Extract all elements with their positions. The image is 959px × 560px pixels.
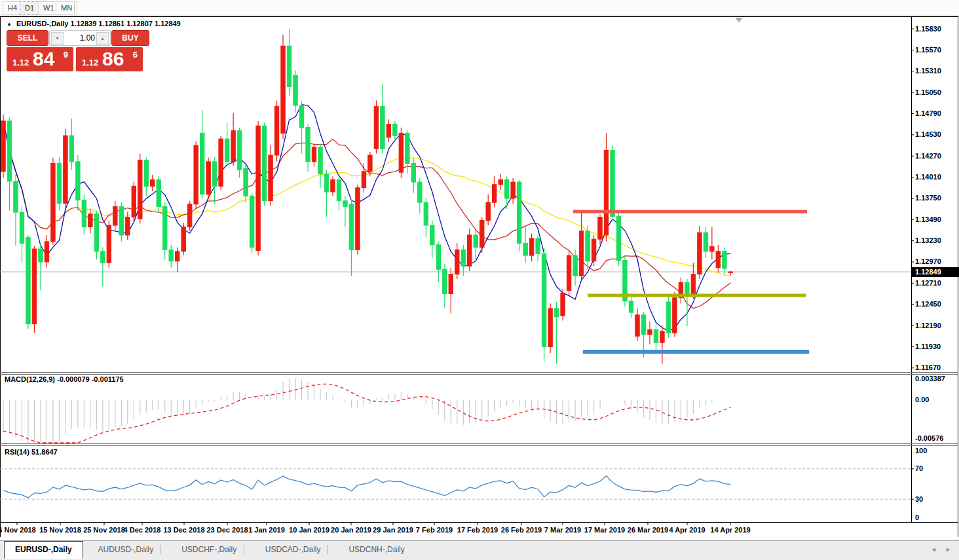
tabs-scroll-left-button[interactable]: ◄	[931, 546, 937, 553]
candle[interactable]	[430, 225, 434, 245]
candle[interactable]	[716, 252, 720, 268]
candle[interactable]	[418, 182, 422, 202]
candle[interactable]	[138, 160, 142, 219]
candle[interactable]	[548, 308, 552, 346]
candle[interactable]	[69, 136, 73, 162]
candle[interactable]	[312, 147, 316, 162]
candle[interactable]	[200, 133, 204, 194]
candle[interactable]	[592, 239, 595, 261]
candle[interactable]	[349, 204, 353, 250]
candle[interactable]	[32, 249, 36, 324]
sell-button[interactable]: SELL	[7, 30, 48, 46]
candle[interactable]	[231, 131, 235, 162]
candle[interactable]	[169, 250, 173, 261]
candle[interactable]	[381, 106, 385, 149]
tabs-scroll-right-button[interactable]: ►	[945, 546, 951, 553]
candle[interactable]	[45, 242, 48, 262]
candle[interactable]	[474, 235, 478, 248]
candle[interactable]	[648, 329, 652, 334]
candle[interactable]	[443, 269, 447, 293]
candle[interactable]	[362, 172, 366, 188]
candle[interactable]	[486, 202, 490, 220]
candle[interactable]	[26, 238, 30, 324]
candle[interactable]	[39, 249, 43, 262]
candle[interactable]	[517, 182, 521, 243]
symbol-tab-usdchf[interactable]: USDCHF-,Daily	[171, 542, 247, 557]
candle[interactable]	[698, 233, 702, 274]
candle[interactable]	[256, 126, 260, 250]
candle[interactable]	[343, 201, 347, 207]
candle[interactable]	[244, 168, 248, 196]
candle[interactable]	[449, 274, 453, 294]
candle[interactable]	[573, 255, 577, 276]
candle[interactable]	[76, 162, 80, 200]
candle[interactable]	[176, 252, 179, 261]
candle[interactable]	[399, 133, 403, 172]
candle[interactable]	[455, 250, 459, 274]
candle[interactable]	[337, 179, 341, 200]
candle[interactable]	[641, 315, 645, 335]
candle[interactable]	[331, 179, 335, 192]
candle[interactable]	[511, 182, 515, 198]
candle[interactable]	[704, 233, 707, 252]
candle[interactable]	[480, 221, 484, 248]
candle[interactable]	[654, 329, 658, 343]
candle[interactable]	[567, 255, 571, 291]
candle[interactable]	[318, 147, 322, 174]
candle[interactable]	[144, 160, 148, 186]
volume-input[interactable]: 1.00	[80, 31, 95, 45]
candle[interactable]	[181, 227, 185, 251]
candle[interactable]	[126, 217, 130, 235]
candle[interactable]	[113, 206, 117, 225]
candle[interactable]	[461, 250, 465, 266]
candle[interactable]	[94, 214, 98, 252]
candle[interactable]	[287, 46, 291, 86]
candle[interactable]	[306, 128, 310, 162]
candle[interactable]	[64, 136, 67, 203]
candle[interactable]	[393, 124, 397, 136]
candle[interactable]	[281, 46, 285, 133]
candle[interactable]	[386, 124, 390, 138]
candle[interactable]	[132, 186, 136, 217]
candle[interactable]	[498, 179, 502, 184]
sell-price-box[interactable]: 1.12 84 9	[7, 47, 73, 71]
buy-price-box[interactable]: 1.12 86 6	[76, 47, 143, 71]
candle[interactable]	[101, 252, 105, 263]
candle[interactable]	[586, 231, 590, 261]
symbol-tab-usdcad[interactable]: USDCAD-,Daily	[255, 542, 331, 557]
candle[interactable]	[616, 216, 620, 260]
candle[interactable]	[262, 126, 266, 200]
candle[interactable]	[51, 163, 55, 241]
symbol-tab-usdcnh[interactable]: USDCNH-,Daily	[338, 542, 415, 557]
candle[interactable]	[660, 331, 664, 343]
candle[interactable]	[151, 179, 155, 186]
candle[interactable]	[206, 162, 210, 195]
candle[interactable]	[523, 243, 527, 255]
collapse-triangle-icon[interactable]: ▲	[7, 21, 12, 27]
candle[interactable]	[157, 179, 160, 206]
chart-shift-marker-icon[interactable]	[735, 18, 743, 22]
candle[interactable]	[88, 214, 92, 227]
candle[interactable]	[579, 231, 583, 276]
candle[interactable]	[685, 282, 689, 293]
chart-canvas[interactable]	[0, 0, 959, 540]
candle[interactable]	[504, 179, 508, 198]
candle[interactable]	[542, 254, 546, 347]
candle[interactable]	[107, 225, 111, 263]
volume-increase-button[interactable]: ▲	[96, 32, 109, 45]
candle[interactable]	[536, 238, 540, 254]
candle[interactable]	[194, 145, 198, 204]
candle[interactable]	[188, 204, 192, 227]
candle[interactable]	[374, 106, 378, 149]
candle[interactable]	[723, 252, 726, 269]
candle[interactable]	[468, 235, 472, 266]
candle[interactable]	[424, 202, 428, 225]
candle[interactable]	[611, 150, 614, 216]
candle[interactable]	[163, 206, 167, 250]
candle[interactable]	[274, 106, 278, 155]
candle[interactable]	[561, 293, 565, 316]
candle[interactable]	[324, 174, 328, 192]
candle[interactable]	[493, 185, 497, 202]
candle[interactable]	[635, 315, 639, 336]
candle[interactable]	[82, 200, 86, 227]
